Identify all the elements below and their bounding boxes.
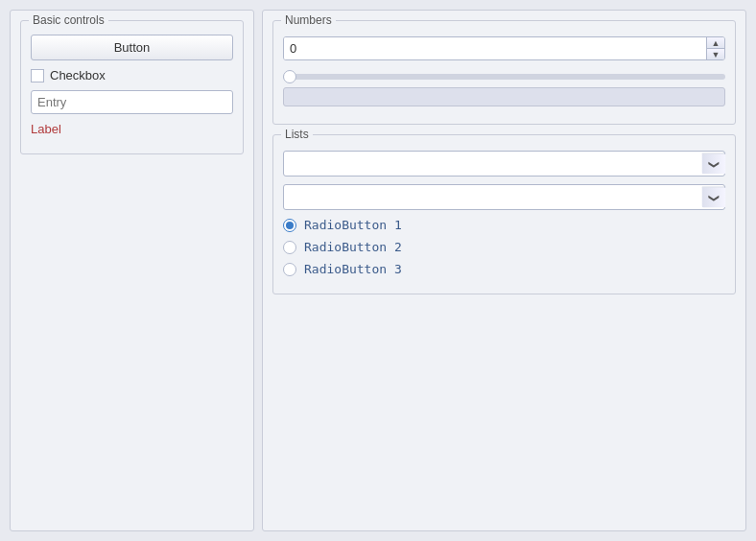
numbers-group: Numbers ▲ ▼ [272,20,736,125]
basic-controls-group: Basic controls Button Checkbox Label [20,20,244,154]
lists-title: Lists [281,128,313,141]
label-control: Label [31,122,233,136]
combo1-select[interactable] [283,151,725,176]
radio-row-1: RadioButton 1 [283,218,725,232]
basic-controls-content: Button Checkbox Label [31,31,233,136]
radio-label-1: RadioButton 1 [304,218,402,232]
spin-button-row: ▲ ▼ [283,36,725,60]
checkbox-control[interactable] [31,69,44,82]
combo1-wrapper: ❯ [283,151,725,176]
checkbox-row: Checkbox [31,68,233,82]
radio-button-1[interactable] [283,219,296,232]
radio-row-3: RadioButton 3 [283,262,725,276]
numbers-title: Numbers [281,13,336,27]
entry-control[interactable] [31,90,233,114]
spin-input[interactable] [284,37,706,59]
checkbox-label: Checkbox [50,68,106,82]
scale-control[interactable] [283,74,725,80]
radio-row-2: RadioButton 2 [283,240,725,254]
basic-controls-title: Basic controls [29,13,108,27]
right-panel: Numbers ▲ ▼ Lists [262,10,746,531]
radio-label-3: RadioButton 3 [304,262,402,276]
combo2-wrapper: ❯ [283,184,725,210]
basic-controls-panel: Basic controls Button Checkbox Label [10,10,254,531]
progress-bar [283,87,725,106]
lists-group: Lists ❯ ❯ [272,134,736,294]
radio-button-3[interactable] [283,263,296,276]
button-control[interactable]: Button [31,35,233,60]
spin-down-button[interactable]: ▼ [707,49,724,59]
combo2-select[interactable] [283,184,725,210]
spin-buttons: ▲ ▼ [706,37,724,59]
numbers-content: ▲ ▼ [283,33,725,106]
spin-up-button[interactable]: ▲ [707,37,724,49]
main-container: Basic controls Button Checkbox Label Num… [0,0,756,541]
radio-label-2: RadioButton 2 [304,240,402,254]
lists-content: ❯ ❯ RadioButton 1 RadioButton 2 [283,147,725,276]
radio-button-2[interactable] [283,241,296,254]
